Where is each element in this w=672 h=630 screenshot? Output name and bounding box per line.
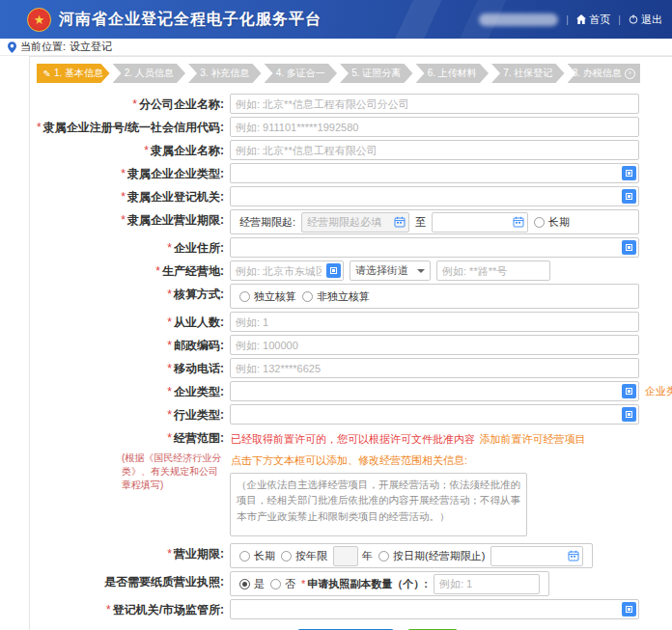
step-multi-certificate[interactable]: 4. 多证合一 <box>265 64 338 83</box>
required-asterisk: * <box>167 362 172 375</box>
copies-label: *申请执照副本数量（个）: <box>301 577 428 591</box>
term-years-input[interactable] <box>333 546 358 566</box>
required-asterisk: * <box>301 578 305 589</box>
company-type-select-link[interactable]: 企业类型选择 <box>645 384 672 398</box>
field-label: 隶属企业名称: <box>151 144 224 157</box>
term-by-date-radio[interactable] <box>378 551 389 562</box>
breadcrumb: 当前位置: 设立登记 <box>0 39 672 56</box>
calendar-icon[interactable] <box>513 216 524 228</box>
step-supplementary-info[interactable]: 3. 补充信息 <box>188 64 262 83</box>
required-asterisk: * <box>106 603 111 616</box>
field-label: 企业住所: <box>174 241 224 255</box>
picker-icon[interactable] <box>326 263 341 278</box>
national-emblem-logo <box>27 8 51 32</box>
field-label: 隶属企业企业类型: <box>127 167 224 180</box>
step-label: 2. 人员信息 <box>125 67 174 80</box>
term-start-label: 经营期限起: <box>239 215 295 230</box>
step-certificate-separation[interactable]: 5. 证照分离 <box>340 64 413 83</box>
location-pin-icon <box>8 41 16 53</box>
company-type-input[interactable] <box>230 381 639 401</box>
picker-glyph <box>626 193 632 200</box>
row-parent-code: *隶属企业注册号/统一社会信用代码: <box>37 117 640 137</box>
paper-license-no-radio[interactable] <box>270 579 281 589</box>
radio-label: 独立核算 <box>254 289 296 304</box>
scope-hint-red: 已经取得前置许可的，您可以根据许可文件批准内容 <box>231 433 475 445</box>
step-label: 1. 基本信息 <box>54 67 103 80</box>
calendar-icon[interactable] <box>394 216 406 228</box>
picker-icon[interactable] <box>622 240 636 255</box>
parent-type-input[interactable] <box>230 163 639 183</box>
parent-term-long-radio[interactable] <box>534 217 545 228</box>
row-parent-reg-authority: *隶属企业登记机关: <box>37 186 640 206</box>
required-asterisk: * <box>121 167 126 180</box>
picker-glyph <box>626 411 632 418</box>
home-link[interactable]: 首页 <box>576 13 610 27</box>
row-business-scope: *经营范围: (根据《国民经济行业分类》、有关规定和公司章程填写) 已经取得前置… <box>37 427 640 540</box>
picker-icon[interactable] <box>622 189 636 204</box>
step-social-security[interactable]: 7. 社保登记 <box>491 64 565 83</box>
row-branch-name: *分公司企业名称: <box>37 94 640 114</box>
employees-input[interactable] <box>230 312 639 332</box>
logout-link[interactable]: 退出 <box>629 13 662 27</box>
independent-accounting-radio[interactable] <box>239 291 250 302</box>
picker-glyph <box>626 244 632 251</box>
radio-label: 长期 <box>254 549 275 563</box>
step-personnel-info[interactable]: 2. 人员信息 <box>113 64 186 83</box>
logout-label: 退出 <box>641 13 662 27</box>
non-independent-accounting-radio[interactable] <box>302 291 313 302</box>
radio-label: 按日期(经营期限止) <box>393 549 485 563</box>
parent-term-box: 经营期限起: 至 长期 <box>230 209 639 234</box>
breadcrumb-prefix: 当前位置: <box>20 40 66 54</box>
step-label: 8. 办税信息 <box>573 67 622 80</box>
license-copies-input[interactable] <box>434 574 540 594</box>
business-term-box: 长期 按年限 年 按日期(经营期限止) <box>230 543 593 568</box>
reg-authority-input[interactable] <box>230 599 639 619</box>
picker-icon[interactable] <box>622 407 636 422</box>
picker-icon[interactable] <box>622 166 636 180</box>
required-asterisk: * <box>167 408 172 422</box>
picker-icon[interactable] <box>622 602 636 616</box>
step-upload-materials[interactable]: 6. 上传材料 <box>416 64 490 83</box>
branch-name-input[interactable] <box>230 94 639 114</box>
required-asterisk: * <box>167 288 172 301</box>
field-label: 隶属企业营业期限: <box>127 213 224 227</box>
add-licensed-items-link[interactable]: 添加前置许可经营项目 <box>479 433 585 445</box>
row-reg-authority: *登记机关/市场监管所: <box>37 599 640 619</box>
radio-label: 非独立核算 <box>317 289 370 304</box>
field-label: 登记机关/市场监管所: <box>113 603 224 616</box>
row-company-type: *企业类型: 企业类型选择 <box>37 381 640 401</box>
step-basic-info[interactable]: 1. 基本信息 <box>37 64 110 83</box>
field-label: 移动电话: <box>174 362 224 375</box>
term-long-radio[interactable] <box>239 551 250 562</box>
calendar-icon[interactable] <box>568 550 579 562</box>
postcode-input[interactable] <box>230 335 639 355</box>
radio-label: 是 <box>254 577 265 591</box>
business-scope-note: (根据《国民经济行业分类》、有关规定和公司章程填写) <box>37 452 224 492</box>
step-more-icon[interactable] <box>625 68 635 79</box>
site-title: 河南省企业登记全程电子化服务平台 <box>59 10 322 30</box>
home-label: 首页 <box>589 13 610 27</box>
chevron-down-icon <box>417 269 425 273</box>
parent-reg-authority-input[interactable] <box>230 186 639 206</box>
parent-name-input[interactable] <box>230 140 639 160</box>
parent-code-input[interactable] <box>230 117 639 137</box>
home-icon <box>576 14 586 24</box>
mobile-input[interactable] <box>230 358 639 378</box>
address-detail-input[interactable] <box>436 260 550 281</box>
industry-type-input[interactable] <box>230 404 639 425</box>
field-label: 生产经营地: <box>162 264 224 278</box>
address-input[interactable] <box>230 237 639 258</box>
field-label: 行业类型: <box>174 408 224 422</box>
term-by-years-radio[interactable] <box>281 551 292 562</box>
picker-icon[interactable] <box>622 384 636 398</box>
field-label: 隶属企业登记机关: <box>127 190 224 204</box>
step-tax-info[interactable]: 8. 办税信息 <box>568 64 641 83</box>
picker-glyph <box>626 606 632 613</box>
field-label: 核算方式: <box>174 288 224 301</box>
row-operation-place: *生产经营地: 请选择街道 <box>37 260 640 281</box>
business-scope-textarea[interactable]: （企业依法自主选择经营项目，开展经营活动；依法须经批准的项目，经相关部门批准后依… <box>230 473 527 536</box>
street-select[interactable]: 请选择街道 <box>350 260 431 281</box>
required-asterisk: * <box>167 339 172 352</box>
paper-license-yes-radio[interactable] <box>239 579 250 589</box>
scope-hint-line1: 已经取得前置许可的，您可以根据许可文件批准内容 添加前置许可经营项目 <box>231 430 640 447</box>
